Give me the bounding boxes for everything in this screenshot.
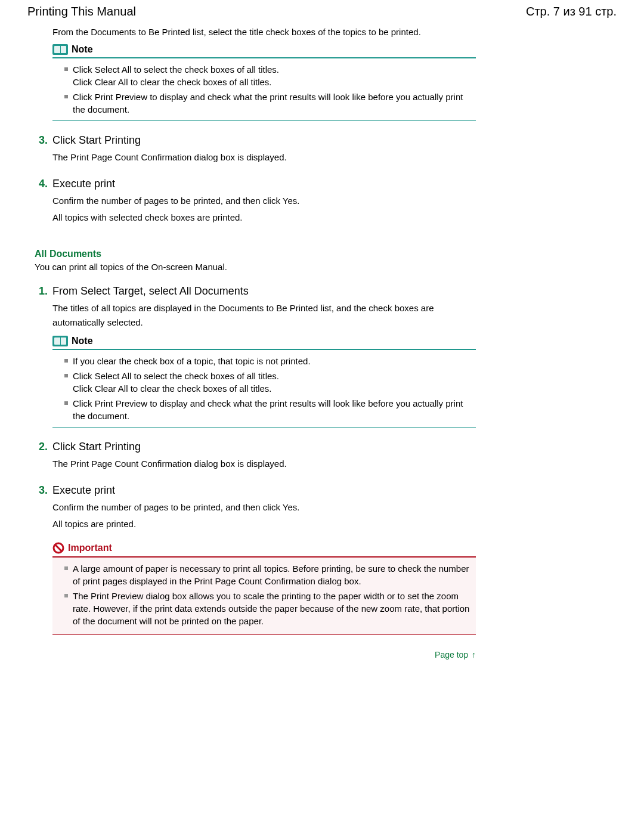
important-list: A large amount of paper is necessary to … — [52, 558, 476, 634]
step-number: 2. — [35, 441, 48, 453]
note-text: Click Select All to select the check box… — [73, 64, 279, 75]
step-text: All topics with selected check boxes are… — [52, 210, 476, 225]
note-item: Click Print Preview to display and check… — [64, 91, 476, 116]
page-indicator: Стр. 7 из 91 стр. — [526, 5, 617, 18]
step-body: The titles of all topics are displayed i… — [52, 301, 476, 330]
important-divider — [52, 634, 476, 635]
step-text: All topics are printed. — [52, 517, 476, 531]
step-number: 3. — [35, 134, 48, 147]
arrow-up-icon: ↑ — [472, 650, 476, 659]
important-item: The Print Preview dialog box allows you … — [64, 590, 470, 627]
step-header: 4. Execute print — [35, 178, 476, 190]
step-body: The Print Page Count Confirmation dialog… — [52, 150, 476, 165]
s2-step-2: 2. Click Start Printing The Print Page C… — [35, 441, 476, 471]
note-list: Click Select All to select the check box… — [52, 63, 476, 116]
note-icon — [52, 44, 68, 55]
step-body: The Print Page Count Confirmation dialog… — [52, 457, 476, 471]
page-header: Printing This Manual Стр. 7 из 91 стр. — [24, 5, 620, 18]
note-item: If you clear the check box of a topic, t… — [64, 355, 476, 367]
note-label: Note — [72, 336, 93, 346]
s2-step-1: 1. From Select Target, select All Docume… — [35, 285, 476, 330]
step-title: Click Start Printing — [52, 134, 141, 147]
important-box: Important A large amount of paper is nec… — [52, 540, 476, 635]
step-number: 4. — [35, 178, 48, 190]
important-item: A large amount of paper is necessary to … — [64, 562, 470, 587]
note-box: Note If you clear the check box of a top… — [52, 336, 476, 428]
step-text: The titles of all topics are displayed i… — [52, 301, 476, 330]
step-title: From Select Target, select All Documents — [52, 285, 249, 298]
important-label: Important — [68, 543, 112, 553]
content-area: From the Documents to Be Printed list, s… — [35, 27, 476, 659]
note-divider — [52, 120, 476, 121]
section-intro: You can print all topics of the On-scree… — [35, 262, 476, 272]
important-header: Important — [52, 540, 476, 558]
step-text: The Print Page Count Confirmation dialog… — [52, 150, 476, 165]
step-header: 3. Execute print — [35, 484, 476, 497]
step-header: 3. Click Start Printing — [35, 134, 476, 147]
step-title: Execute print — [52, 178, 115, 190]
note-text: Click Print Preview to display and check… — [73, 92, 463, 114]
note-box: Note Click Select All to select the chec… — [52, 44, 476, 121]
step-4: 4. Execute print Confirm the number of p… — [35, 178, 476, 225]
step-text: Confirm the number of pages to be printe… — [52, 194, 476, 208]
note-text: Click Select All to select the check box… — [73, 371, 279, 381]
step-title: Execute print — [52, 484, 115, 497]
step-3: 3. Click Start Printing The Print Page C… — [35, 134, 476, 165]
page-top-link[interactable]: Page top ↑ — [435, 650, 476, 659]
svg-line-1 — [55, 545, 62, 552]
manual-page: Printing This Manual Стр. 7 из 91 стр. F… — [0, 0, 644, 683]
note-item: Click Select All to select the check box… — [64, 63, 476, 88]
note-text: Click Clear All to clear the check boxes… — [73, 383, 271, 394]
note-text: If you clear the check box of a topic, t… — [73, 356, 311, 366]
prohibited-icon — [52, 542, 64, 554]
note-item: Click Print Preview to display and check… — [64, 397, 476, 422]
section-heading: All Documents — [35, 249, 476, 259]
note-icon — [52, 336, 68, 346]
s2-step-3: 3. Execute print Confirm the number of p… — [35, 484, 476, 531]
page-title: Printing This Manual — [27, 5, 136, 18]
page-top-label: Page top — [435, 650, 468, 659]
note-header: Note — [52, 44, 476, 58]
step-body: Confirm the number of pages to be printe… — [52, 500, 476, 531]
intro-text: From the Documents to Be Printed list, s… — [52, 27, 476, 37]
step-text: The Print Page Count Confirmation dialog… — [52, 457, 476, 471]
note-list: If you clear the check box of a topic, t… — [52, 355, 476, 422]
note-item: Click Select All to select the check box… — [64, 370, 476, 395]
note-divider — [52, 427, 476, 428]
note-label: Note — [72, 44, 93, 55]
step-number: 3. — [35, 484, 48, 497]
step-title: Click Start Printing — [52, 441, 141, 453]
step-header: 1. From Select Target, select All Docume… — [35, 285, 476, 298]
note-text: Click Print Preview to display and check… — [73, 398, 463, 421]
note-text: Click Clear All to clear the check boxes… — [73, 77, 271, 87]
step-text: Confirm the number of pages to be printe… — [52, 500, 476, 515]
step-body: Confirm the number of pages to be printe… — [52, 194, 476, 225]
step-header: 2. Click Start Printing — [35, 441, 476, 453]
step-number: 1. — [35, 285, 48, 298]
page-top-container: Page top ↑ — [52, 649, 476, 659]
note-header: Note — [52, 336, 476, 350]
